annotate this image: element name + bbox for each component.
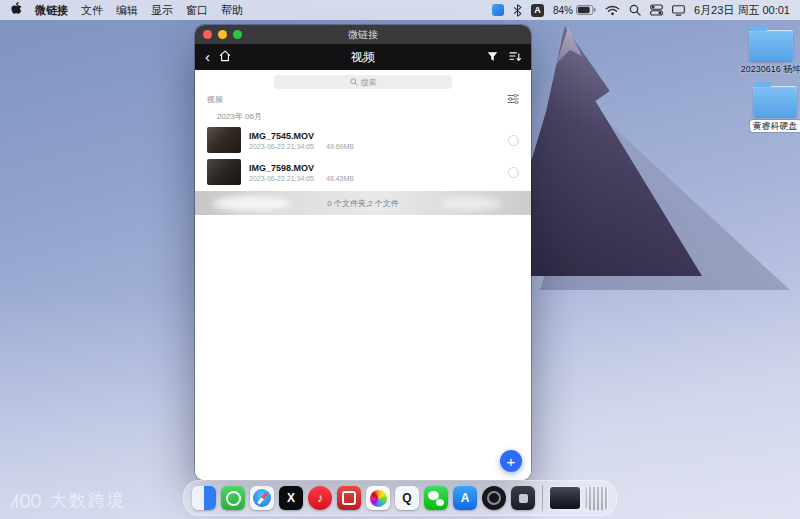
footer-status-text: 0 个文件夹,2 个文件 xyxy=(327,198,399,209)
menu-item-help[interactable]: 帮助 xyxy=(221,3,243,18)
section-row: 视频 xyxy=(195,93,531,105)
traffic-lights xyxy=(203,30,242,39)
wifi-icon[interactable] xyxy=(605,5,620,16)
dock-app-wechat[interactable] xyxy=(424,486,448,510)
dock: X ♪ Q A xyxy=(183,480,617,516)
dock-app-qq[interactable]: Q xyxy=(395,486,419,510)
dock-trash[interactable] xyxy=(585,486,608,511)
menu-item-file[interactable]: 文件 xyxy=(81,3,103,18)
file-list-item[interactable]: IMG_7598.MOV 2023-06-22 21:34:05 48.43MB xyxy=(195,156,531,188)
menu-item-app[interactable]: 微链接 xyxy=(35,3,68,18)
dock-app-green[interactable] xyxy=(221,486,245,510)
desktop-folder[interactable]: 20230616 杨坤 xyxy=(732,30,800,74)
minimize-button[interactable] xyxy=(218,30,227,39)
menu-bar-status: A 84% 6月23日 周五 00:01 xyxy=(492,3,790,18)
control-center-icon[interactable] xyxy=(650,4,663,16)
dock-app-music[interactable]: ♪ xyxy=(308,486,332,510)
file-meta: 2023-06-22 21:34:05 49.69MB xyxy=(249,143,354,150)
nav-right xyxy=(487,48,521,66)
folder-label: 20230616 杨坤 xyxy=(741,64,800,74)
menu-bar-clock[interactable]: 6月23日 周五 00:01 xyxy=(694,3,790,18)
file-name: IMG_7545.MOV xyxy=(249,131,354,141)
menu-item-window[interactable]: 窗口 xyxy=(186,3,208,18)
watermark-text: 大数跨境 xyxy=(50,489,126,512)
nav-bar: ‹ 视频 xyxy=(195,44,531,70)
menu-bar: 微链接 文件 编辑 显示 窗口 帮助 A 84% 6月23日 周五 00:01 xyxy=(0,0,800,20)
file-meta: 2023-06-22 21:34:05 48.43MB xyxy=(249,175,354,182)
file-size: 48.43MB xyxy=(326,175,354,182)
search-row: 搜索 xyxy=(195,70,531,93)
dock-minimized-window[interactable] xyxy=(550,487,580,509)
section-label: 视频 xyxy=(207,94,223,105)
menu-bar-left: 微链接 文件 编辑 显示 窗口 帮助 xyxy=(10,2,243,18)
file-list-item[interactable]: IMG_7545.MOV 2023-06-22 21:34:05 49.69MB xyxy=(195,124,531,156)
dock-app-photos[interactable] xyxy=(366,486,390,510)
add-button[interactable]: + xyxy=(500,450,522,472)
video-thumbnail[interactable] xyxy=(207,159,241,185)
app-window: 微链接 ‹ 视频 搜索 视频 xyxy=(195,25,531,480)
file-date: 2023-06-22 21:34:05 xyxy=(249,143,314,150)
home-icon[interactable] xyxy=(219,48,231,66)
menu-item-view[interactable]: 显示 xyxy=(151,3,173,18)
file-date: 2023-06-22 21:34:05 xyxy=(249,175,314,182)
dock-app-appstore[interactable]: A xyxy=(453,486,477,510)
search-input[interactable]: 搜索 xyxy=(274,75,452,89)
file-name: IMG_7598.MOV xyxy=(249,163,354,173)
window-title: 微链接 xyxy=(348,28,378,42)
folder-icon xyxy=(753,86,797,117)
select-checkbox[interactable] xyxy=(508,135,519,146)
dock-app-finder[interactable] xyxy=(192,486,216,510)
desktop-folder[interactable]: 黄睿科硬盘 xyxy=(736,86,800,132)
dock-app-capcut[interactable]: X xyxy=(279,486,303,510)
dock-app-red[interactable] xyxy=(337,486,361,510)
dock-separator xyxy=(542,485,543,511)
watermark-logo-icon xyxy=(8,491,44,511)
item-info: IMG_7598.MOV 2023-06-22 21:34:05 48.43MB xyxy=(249,163,354,182)
footer-status-band: 0 个文件夹,2 个文件 xyxy=(195,191,531,215)
view-options-icon[interactable] xyxy=(507,94,519,104)
dock-app-safari[interactable] xyxy=(250,486,274,510)
input-source-badge[interactable]: A xyxy=(531,4,544,17)
search-field-icon xyxy=(350,78,358,86)
folder-label: 黄睿科硬盘 xyxy=(750,120,800,132)
apple-menu-icon[interactable] xyxy=(10,2,22,18)
battery-percent-label: 84% xyxy=(553,5,573,16)
bluetooth-icon[interactable] xyxy=(513,4,522,17)
battery-icon xyxy=(576,5,596,15)
menu-item-edit[interactable]: 编辑 xyxy=(116,3,138,18)
battery-status[interactable]: 84% xyxy=(553,5,596,16)
search-icon[interactable] xyxy=(629,4,641,16)
file-size: 49.69MB xyxy=(326,143,354,150)
select-checkbox[interactable] xyxy=(508,167,519,178)
dock-app-utility[interactable] xyxy=(511,486,535,510)
item-info: IMG_7545.MOV 2023-06-22 21:34:05 49.69MB xyxy=(249,131,354,150)
close-button[interactable] xyxy=(203,30,212,39)
nav-left: ‹ xyxy=(205,48,231,66)
watermark: 大数跨境 xyxy=(8,489,126,512)
menu-extra-app-icon[interactable] xyxy=(492,4,504,16)
folder-icon xyxy=(749,30,793,61)
group-header: 2023年 06月 xyxy=(195,105,531,124)
window-titlebar[interactable]: 微链接 xyxy=(195,25,531,44)
zoom-button[interactable] xyxy=(233,30,242,39)
display-mirror-icon[interactable] xyxy=(672,5,685,16)
dock-app-camera[interactable] xyxy=(482,486,506,510)
page-title: 视频 xyxy=(195,49,531,66)
sort-icon[interactable] xyxy=(509,48,521,66)
video-thumbnail[interactable] xyxy=(207,127,241,153)
filter-icon[interactable] xyxy=(487,48,498,66)
window-content: 搜索 视频 2023年 06月 IMG_7545.MOV 2023-06-22 … xyxy=(195,70,531,480)
back-button[interactable]: ‹ xyxy=(205,49,210,64)
search-placeholder: 搜索 xyxy=(361,77,377,88)
